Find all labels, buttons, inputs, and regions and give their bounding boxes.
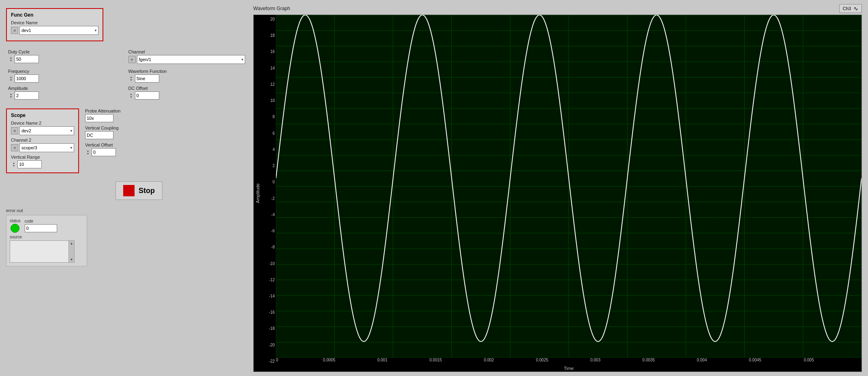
right-panel: Waveform Graph Ch3 ∿ Amplitude 20 18 16 …: [251, 0, 868, 376]
waveform-function-input[interactable]: [135, 74, 159, 83]
error-section: error out status code source ▲ ▼: [6, 208, 245, 266]
ch3-label: Ch3: [843, 6, 851, 11]
y-tick-n18: -18: [269, 326, 275, 331]
y-tick-16: 16: [270, 49, 275, 54]
channel-dropdown[interactable]: fgen/1: [137, 55, 246, 64]
scroll-up-arrow[interactable]: ▲: [70, 242, 73, 245]
duty-cycle-label: Duty Cycle: [8, 49, 125, 54]
y-tick-n4: -4: [271, 212, 275, 217]
y-tick-labels: 20 18 16 14 12 10 8 6 4 2 0 -2 -4 -6 -8 …: [262, 15, 276, 372]
y-tick-n16: -16: [269, 310, 275, 314]
waveform-function-label: Waveform Function: [128, 69, 246, 74]
y-tick-10: 10: [270, 98, 275, 103]
vertical-offset-label: Vertical Offset: [85, 142, 120, 147]
error-source-label: source: [10, 235, 83, 239]
ch3-badge: Ch3 ∿: [839, 4, 862, 13]
graph-header: Waveform Graph Ch3 ∿: [253, 4, 862, 13]
y-tick-n20: -20: [269, 343, 275, 347]
duty-cycle-input[interactable]: [15, 55, 39, 63]
func-gen-title: Func Gen: [11, 12, 98, 18]
vertical-coupling-input[interactable]: [85, 131, 113, 139]
amplitude-input[interactable]: [15, 91, 39, 100]
y-axis-title: Amplitude: [255, 183, 260, 203]
x-tick-0015: 0.0015: [430, 358, 442, 362]
waveform-spinner[interactable]: ▲▼: [128, 74, 134, 83]
x-tick-0045: 0.0045: [749, 358, 761, 362]
probe-group: Probe Attenuation: [85, 108, 120, 122]
dc-offset-spinner[interactable]: ▲▼: [128, 91, 134, 100]
left-panel: Func Gen Device Name ⊕ dev1 Duty Cycle ▲…: [0, 0, 251, 376]
scope-title: Scope: [11, 113, 74, 118]
graph-main: 0 0.0005 0.001 0.0015 0.002 0.0025 0.003…: [276, 15, 862, 372]
y-tick-14: 14: [270, 66, 275, 70]
scope-device-dropdown-wrapper: dev2: [19, 126, 74, 135]
probe-attenuation-input[interactable]: [85, 114, 113, 122]
vertical-offset-input[interactable]: [92, 148, 116, 156]
duty-cycle-group: Duty Cycle ▲▼: [8, 49, 125, 66]
scope-device-icon: ⊕: [11, 127, 18, 134]
vertical-range-input[interactable]: [17, 160, 42, 168]
error-status-indicator: [11, 224, 19, 233]
y-tick-n14: -14: [269, 294, 275, 298]
x-labels-row: 0 0.0005 0.001 0.0015 0.002 0.0025 0.003…: [276, 358, 862, 365]
y-tick-n2: -2: [271, 196, 275, 201]
stop-button[interactable]: Stop: [115, 181, 162, 200]
vcoupling-group: Vertical Coupling: [85, 125, 120, 139]
x-tick-0025: 0.0025: [536, 358, 548, 362]
error-source-scrollbar[interactable]: ▲ ▼: [68, 241, 74, 262]
status-label: status: [10, 219, 21, 223]
scope-section: Scope Device Name 2 ⊕ dev2 Channel 2 ⊕ s…: [6, 108, 245, 173]
error-box: status code source ▲ ▼: [6, 215, 87, 266]
func-gen-box: Func Gen Device Name ⊕ dev1: [6, 8, 103, 41]
amplitude-label: Amplitude: [8, 86, 125, 91]
waveform-canvas: [276, 15, 862, 358]
dc-offset-group: DC Offset ▲▼: [128, 86, 246, 100]
scope-box: Scope Device Name 2 ⊕ dev2 Channel 2 ⊕ s…: [6, 108, 79, 173]
waveform-symbol: ∿: [853, 5, 858, 12]
amplitude-group: Amplitude ▲▼: [8, 86, 125, 100]
error-out-title: error out: [6, 208, 245, 213]
frequency-label: Frequency: [8, 69, 125, 74]
vertical-coupling-label: Vertical Coupling: [85, 125, 120, 130]
funcgen-device-dropdown[interactable]: dev1: [19, 26, 98, 35]
funcgen-device-dropdown-wrapper: dev1: [19, 26, 98, 35]
probe-attenuation-label: Probe Attenuation: [85, 108, 120, 113]
y-tick-n6: -6: [271, 229, 275, 233]
y-tick-n10: -10: [269, 261, 275, 266]
y-tick-12: 12: [270, 82, 275, 87]
device-name-label-funcgen: Device Name: [11, 20, 98, 25]
vertical-range-spinner[interactable]: ▲▼: [11, 160, 17, 168]
code-label: code: [25, 219, 57, 223]
y-tick-2: 2: [272, 164, 275, 168]
graph-title: Waveform Graph: [253, 6, 290, 11]
graph-plot-area: [276, 15, 862, 358]
x-tick-0: 0: [276, 358, 278, 362]
scope-right-panel: Probe Attenuation Vertical Coupling Vert…: [85, 108, 120, 173]
y-tick-4: 4: [272, 147, 275, 152]
frequency-spinner[interactable]: ▲▼: [8, 74, 14, 83]
y-tick-6: 6: [272, 131, 275, 136]
channel2-dropdown[interactable]: scope/3: [19, 143, 74, 152]
x-tick-0035: 0.0035: [642, 358, 655, 362]
error-code-input[interactable]: [25, 224, 57, 232]
dc-offset-input[interactable]: [135, 91, 159, 100]
channel2-dropdown-wrapper: scope/3: [19, 143, 74, 152]
device-name2-label: Device Name 2: [11, 121, 74, 125]
amplitude-spinner[interactable]: ▲▼: [8, 91, 14, 100]
frequency-input[interactable]: [15, 74, 39, 83]
scroll-down-arrow[interactable]: ▼: [70, 258, 73, 261]
channel-icon: ⊕: [128, 56, 136, 63]
frequency-group: Frequency ▲▼: [8, 69, 125, 83]
vertical-offset-spinner[interactable]: ▲▼: [85, 148, 91, 156]
graph-container: Amplitude 20 18 16 14 12 10 8 6 4 2 0 -2…: [253, 15, 862, 372]
vertical-range-label: Vertical Range: [11, 155, 74, 159]
y-tick-20: 20: [270, 17, 275, 21]
scope-device-dropdown[interactable]: dev2: [19, 126, 74, 135]
y-axis-title-container: Amplitude: [254, 15, 262, 372]
duty-cycle-spinner[interactable]: ▲▼: [8, 55, 14, 63]
channel2-icon: ⊕: [11, 144, 18, 151]
channel-dropdown-wrapper: fgen/1: [137, 55, 246, 64]
funcgen-device-icon: ⊕: [11, 27, 18, 34]
y-tick-8: 8: [272, 115, 275, 119]
channel2-label: Channel 2: [11, 138, 74, 142]
